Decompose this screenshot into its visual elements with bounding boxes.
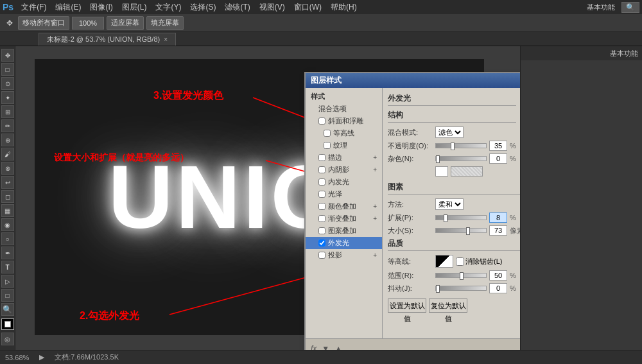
main-area: ✥ □ ⊙ ✦ ⊞ ✏ ⊕ 🖌 ⊗ ↩ ◻ ▦ ◉ ○ ✒ T ▷ □ 🔍 ◎ … <box>0 46 642 350</box>
tab-close-btn[interactable]: × <box>164 36 168 43</box>
marquee-tool[interactable]: □ <box>1 63 14 76</box>
texture[interactable]: 纹理 <box>306 139 382 152</box>
pattern-overlay[interactable]: 图案叠加 <box>306 225 382 237</box>
fill-screen-btn[interactable]: 填充屏幕 <box>146 16 184 30</box>
contour-checkbox[interactable] <box>324 130 331 137</box>
menu-text[interactable]: 文字(Y) <box>152 1 185 14</box>
drop-shadow[interactable]: 投影 + <box>306 249 382 261</box>
move-tool[interactable]: ✥ <box>1 49 14 62</box>
spread-unit: % <box>510 214 516 221</box>
set-default-btn[interactable]: 设置为默认值 <box>388 299 426 313</box>
fit-screen-btn[interactable]: 适应屏幕 <box>107 16 144 30</box>
opacity-row: 不透明度(O): % <box>388 141 516 151</box>
color-overlay-checkbox[interactable] <box>318 203 325 210</box>
opacity-slider[interactable] <box>435 143 487 148</box>
satin-checkbox[interactable] <box>318 191 325 198</box>
outer-glow-checkbox[interactable] <box>318 239 325 247</box>
move-all-windows-btn[interactable]: 移动所有窗口 <box>18 16 69 30</box>
gradient-overlay[interactable]: 渐变叠加 + <box>306 212 382 225</box>
range-value[interactable] <box>489 270 507 281</box>
contour[interactable]: 等高线 <box>306 127 382 139</box>
crop-tool[interactable]: ⊞ <box>1 105 14 118</box>
zoom-input[interactable] <box>72 17 104 30</box>
glow-color-white[interactable] <box>435 166 448 177</box>
method-select[interactable]: 柔和 <box>435 198 464 210</box>
range-slider[interactable] <box>435 273 487 278</box>
stroke-plus[interactable]: + <box>373 154 377 161</box>
range-unit: % <box>510 272 516 279</box>
noise-slider[interactable] <box>435 156 487 161</box>
menu-file[interactable]: 文件(F) <box>17 1 50 14</box>
contour-preview[interactable] <box>435 255 453 268</box>
menu-image[interactable]: 图像(I) <box>86 1 116 14</box>
dodge-tool[interactable]: ○ <box>1 232 14 245</box>
pen-tool[interactable]: ✒ <box>1 247 14 259</box>
drop-shadow-checkbox[interactable] <box>318 252 325 259</box>
opacity-value[interactable] <box>489 141 507 151</box>
menu-help[interactable]: 帮助(H) <box>327 1 361 14</box>
inner-glow-checkbox[interactable] <box>318 178 325 186</box>
quick-mask-tool[interactable]: ◎ <box>1 333 14 345</box>
jitter-slider[interactable] <box>435 286 487 291</box>
inner-glow[interactable]: 内发光 <box>306 176 382 188</box>
color-overlay[interactable]: 颜色叠加 + <box>306 200 382 212</box>
menu-edit[interactable]: 编辑(E) <box>51 1 85 14</box>
bevel-emboss[interactable]: 斜面和浮雕 <box>306 115 382 127</box>
brush-tool[interactable]: 🖌 <box>1 148 14 160</box>
menu-window[interactable]: 窗口(W) <box>290 1 325 14</box>
menu-view[interactable]: 视图(V) <box>256 1 289 14</box>
blend-mode-select[interactable]: 滤色 <box>435 126 464 138</box>
menu-layer[interactable]: 图层(L) <box>118 1 151 14</box>
color-overlay-plus[interactable]: + <box>373 203 377 210</box>
inner-shadow-checkbox[interactable] <box>318 166 325 173</box>
bevel-checkbox[interactable] <box>318 117 325 125</box>
styles-section-title: 样式 <box>306 91 382 103</box>
menu-filter[interactable]: 滤镜(T) <box>221 1 254 14</box>
eraser-tool[interactable]: ◻ <box>1 190 14 203</box>
satin[interactable]: 光泽 <box>306 188 382 200</box>
gradient-overlay-plus[interactable]: + <box>373 215 377 222</box>
eyedropper-tool[interactable]: ✏ <box>1 119 14 132</box>
search-btn[interactable]: 🔍 <box>621 2 639 13</box>
stroke[interactable]: 描边 + <box>306 152 382 164</box>
zoom-tool[interactable]: 🔍 <box>1 303 14 316</box>
size-value[interactable] <box>489 225 507 236</box>
status-zoom: 53.68% <box>5 354 29 361</box>
anti-alias-checkbox[interactable] <box>456 257 464 266</box>
gradient-overlay-checkbox[interactable] <box>318 215 325 222</box>
magic-wand-tool[interactable]: ✦ <box>1 91 14 104</box>
path-tool[interactable]: ▷ <box>1 275 14 288</box>
gradient-tool[interactable]: ▦ <box>1 204 14 217</box>
outer-glow[interactable]: 外发光 <box>306 237 382 249</box>
shape-tool[interactable]: □ <box>1 289 14 302</box>
lasso-tool[interactable]: ⊙ <box>1 77 14 90</box>
document-tab[interactable]: 未标题-2 @ 53.7% (UNION, RGB/8) × <box>39 33 176 46</box>
foreground-bg-colors[interactable] <box>1 318 14 330</box>
clone-tool[interactable]: ⊗ <box>1 162 14 175</box>
glow-noise-preview[interactable] <box>451 166 483 177</box>
history-brush[interactable]: ↩ <box>1 176 14 189</box>
jitter-value[interactable] <box>489 283 507 293</box>
inner-shadow[interactable]: 内阴影 + <box>306 164 382 176</box>
texture-checkbox[interactable] <box>324 142 331 149</box>
blending-options[interactable]: 混合选项 <box>306 103 382 115</box>
reset-default-btn[interactable]: 复位为默认值 <box>429 299 467 313</box>
inner-shadow-plus[interactable]: + <box>373 166 377 173</box>
status-bar: 53.68% ▶ 文档:7.66M/1023.5K <box>0 350 642 364</box>
spread-slider[interactable] <box>435 215 487 220</box>
stroke-checkbox[interactable] <box>318 154 325 161</box>
text-tool[interactable]: T <box>1 261 14 273</box>
pattern-overlay-checkbox[interactable] <box>318 227 325 234</box>
size-slider[interactable] <box>435 228 487 233</box>
spread-value[interactable] <box>489 212 507 223</box>
healing-tool[interactable]: ⊕ <box>1 134 14 146</box>
drop-shadow-plus[interactable]: + <box>373 252 377 259</box>
footer-down-icon[interactable]: ▼ <box>322 344 329 351</box>
blur-tool[interactable]: ◉ <box>1 218 14 231</box>
workspace-mode-btn[interactable]: 基本功能 <box>610 49 638 58</box>
color-row <box>388 166 516 177</box>
noise-value[interactable] <box>489 153 507 164</box>
menu-select[interactable]: 选择(S) <box>186 1 220 14</box>
dialog-title-text: 图层样式 <box>311 75 342 86</box>
footer-up-icon[interactable]: ▲ <box>334 344 342 351</box>
